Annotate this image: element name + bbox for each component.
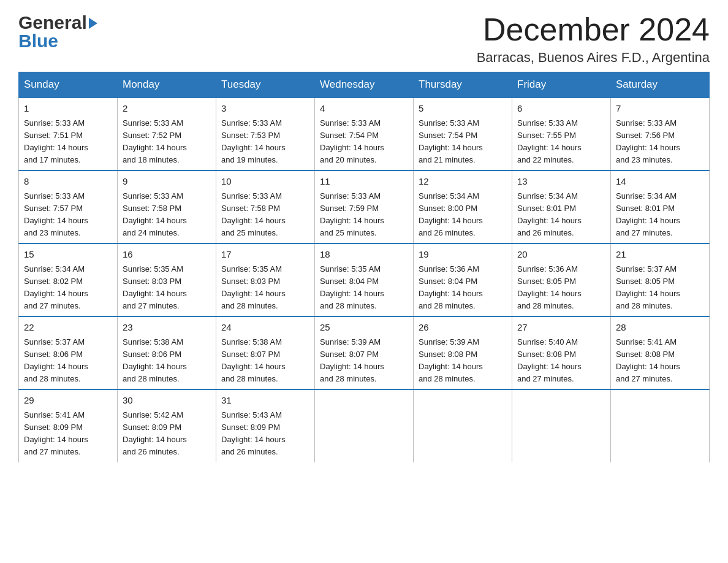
day-number: 4 [320, 102, 408, 116]
day-info: Sunrise: 5:34 AMSunset: 8:01 PMDaylight:… [517, 190, 605, 240]
calendar-cell: 8Sunrise: 5:33 AMSunset: 7:57 PMDaylight… [19, 170, 118, 243]
calendar-cell: 25Sunrise: 5:39 AMSunset: 8:07 PMDayligh… [315, 316, 414, 389]
calendar-cell: 24Sunrise: 5:38 AMSunset: 8:07 PMDayligh… [216, 316, 315, 389]
month-title: December 2024 [477, 12, 710, 47]
logo-blue-text: Blue [18, 31, 97, 52]
calendar-cell: 4Sunrise: 5:33 AMSunset: 7:54 PMDaylight… [315, 98, 414, 170]
day-number: 22 [24, 321, 112, 335]
weekday-header-monday: Monday [118, 72, 216, 98]
day-info: Sunrise: 5:33 AMSunset: 7:59 PMDaylight:… [320, 190, 408, 240]
day-number: 18 [320, 248, 408, 262]
calendar-cell: 9Sunrise: 5:33 AMSunset: 7:58 PMDaylight… [118, 170, 216, 243]
weekday-header-friday: Friday [512, 72, 611, 98]
calendar-table: SundayMondayTuesdayWednesdayThursdayFrid… [18, 72, 710, 462]
day-number: 5 [419, 102, 507, 116]
location-subtitle: Barracas, Buenos Aires F.D., Argentina [477, 50, 710, 66]
weekday-header-sunday: Sunday [19, 72, 118, 98]
calendar-cell: 21Sunrise: 5:37 AMSunset: 8:05 PMDayligh… [611, 243, 710, 316]
title-area: December 2024 Barracas, Buenos Aires F.D… [477, 12, 710, 66]
day-info: Sunrise: 5:37 AMSunset: 8:05 PMDaylight:… [616, 263, 704, 313]
calendar-cell: 14Sunrise: 5:34 AMSunset: 8:01 PMDayligh… [611, 170, 710, 243]
calendar-cell: 13Sunrise: 5:34 AMSunset: 8:01 PMDayligh… [512, 170, 611, 243]
day-info: Sunrise: 5:40 AMSunset: 8:08 PMDaylight:… [517, 336, 605, 386]
day-info: Sunrise: 5:34 AMSunset: 8:00 PMDaylight:… [419, 190, 507, 240]
calendar-cell: 1Sunrise: 5:33 AMSunset: 7:51 PMDaylight… [19, 98, 118, 170]
day-number: 20 [517, 248, 605, 262]
calendar-week-row: 1Sunrise: 5:33 AMSunset: 7:51 PMDaylight… [19, 98, 710, 170]
weekday-header-wednesday: Wednesday [315, 72, 414, 98]
calendar-cell: 15Sunrise: 5:34 AMSunset: 8:02 PMDayligh… [19, 243, 118, 316]
logo: General Blue [18, 12, 97, 52]
day-info: Sunrise: 5:38 AMSunset: 8:07 PMDaylight:… [221, 336, 309, 386]
day-info: Sunrise: 5:42 AMSunset: 8:09 PMDaylight:… [123, 409, 211, 459]
calendar-cell [315, 389, 414, 462]
day-info: Sunrise: 5:37 AMSunset: 8:06 PMDaylight:… [24, 336, 112, 386]
day-info: Sunrise: 5:33 AMSunset: 7:57 PMDaylight:… [24, 190, 112, 240]
calendar-cell: 19Sunrise: 5:36 AMSunset: 8:04 PMDayligh… [414, 243, 512, 316]
day-info: Sunrise: 5:36 AMSunset: 8:04 PMDaylight:… [419, 263, 507, 313]
calendar-cell: 10Sunrise: 5:33 AMSunset: 7:58 PMDayligh… [216, 170, 315, 243]
calendar-cell: 29Sunrise: 5:41 AMSunset: 8:09 PMDayligh… [19, 389, 118, 462]
day-info: Sunrise: 5:33 AMSunset: 7:55 PMDaylight:… [517, 117, 605, 167]
calendar-cell: 27Sunrise: 5:40 AMSunset: 8:08 PMDayligh… [512, 316, 611, 389]
day-number: 10 [221, 175, 309, 189]
day-number: 24 [221, 321, 309, 335]
calendar-cell: 3Sunrise: 5:33 AMSunset: 7:53 PMDaylight… [216, 98, 315, 170]
day-info: Sunrise: 5:33 AMSunset: 7:54 PMDaylight:… [419, 117, 507, 167]
day-info: Sunrise: 5:36 AMSunset: 8:05 PMDaylight:… [517, 263, 605, 313]
calendar-cell: 12Sunrise: 5:34 AMSunset: 8:00 PMDayligh… [414, 170, 512, 243]
day-number: 26 [419, 321, 507, 335]
day-number: 30 [123, 394, 211, 408]
calendar-body: 1Sunrise: 5:33 AMSunset: 7:51 PMDaylight… [19, 98, 710, 462]
calendar-cell: 30Sunrise: 5:42 AMSunset: 8:09 PMDayligh… [118, 389, 216, 462]
day-number: 7 [616, 102, 704, 116]
day-number: 1 [24, 102, 112, 116]
logo-general-row: General [18, 12, 97, 33]
day-info: Sunrise: 5:33 AMSunset: 7:53 PMDaylight:… [221, 117, 309, 167]
weekday-header-tuesday: Tuesday [216, 72, 315, 98]
day-info: Sunrise: 5:41 AMSunset: 8:09 PMDaylight:… [24, 409, 112, 459]
day-number: 6 [517, 102, 605, 116]
day-info: Sunrise: 5:34 AMSunset: 8:01 PMDaylight:… [616, 190, 704, 240]
day-number: 14 [616, 175, 704, 189]
page-header: General Blue December 2024 Barracas, Bue… [18, 12, 710, 66]
calendar-cell [512, 389, 611, 462]
calendar-cell [414, 389, 512, 462]
day-info: Sunrise: 5:33 AMSunset: 7:58 PMDaylight:… [123, 190, 211, 240]
day-number: 25 [320, 321, 408, 335]
calendar-header: SundayMondayTuesdayWednesdayThursdayFrid… [19, 72, 710, 98]
day-number: 19 [419, 248, 507, 262]
calendar-cell: 26Sunrise: 5:39 AMSunset: 8:08 PMDayligh… [414, 316, 512, 389]
day-number: 29 [24, 394, 112, 408]
day-number: 28 [616, 321, 704, 335]
calendar-cell: 2Sunrise: 5:33 AMSunset: 7:52 PMDaylight… [118, 98, 216, 170]
day-info: Sunrise: 5:33 AMSunset: 7:58 PMDaylight:… [221, 190, 309, 240]
logo-arrow-icon [89, 18, 97, 29]
calendar-week-row: 29Sunrise: 5:41 AMSunset: 8:09 PMDayligh… [19, 389, 710, 462]
calendar-cell: 17Sunrise: 5:35 AMSunset: 8:03 PMDayligh… [216, 243, 315, 316]
calendar-cell: 28Sunrise: 5:41 AMSunset: 8:08 PMDayligh… [611, 316, 710, 389]
day-info: Sunrise: 5:38 AMSunset: 8:06 PMDaylight:… [123, 336, 211, 386]
weekday-header-saturday: Saturday [611, 72, 710, 98]
day-number: 11 [320, 175, 408, 189]
day-number: 12 [419, 175, 507, 189]
calendar-cell: 6Sunrise: 5:33 AMSunset: 7:55 PMDaylight… [512, 98, 611, 170]
day-number: 21 [616, 248, 704, 262]
day-info: Sunrise: 5:41 AMSunset: 8:08 PMDaylight:… [616, 336, 704, 386]
calendar-week-row: 22Sunrise: 5:37 AMSunset: 8:06 PMDayligh… [19, 316, 710, 389]
day-info: Sunrise: 5:33 AMSunset: 7:54 PMDaylight:… [320, 117, 408, 167]
day-number: 17 [221, 248, 309, 262]
day-info: Sunrise: 5:33 AMSunset: 7:56 PMDaylight:… [616, 117, 704, 167]
day-number: 16 [123, 248, 211, 262]
day-number: 31 [221, 394, 309, 408]
calendar-week-row: 8Sunrise: 5:33 AMSunset: 7:57 PMDaylight… [19, 170, 710, 243]
day-info: Sunrise: 5:35 AMSunset: 8:03 PMDaylight:… [221, 263, 309, 313]
calendar-week-row: 15Sunrise: 5:34 AMSunset: 8:02 PMDayligh… [19, 243, 710, 316]
day-info: Sunrise: 5:35 AMSunset: 8:03 PMDaylight:… [123, 263, 211, 313]
calendar-cell: 7Sunrise: 5:33 AMSunset: 7:56 PMDaylight… [611, 98, 710, 170]
day-number: 9 [123, 175, 211, 189]
day-number: 8 [24, 175, 112, 189]
day-info: Sunrise: 5:39 AMSunset: 8:07 PMDaylight:… [320, 336, 408, 386]
day-number: 13 [517, 175, 605, 189]
day-info: Sunrise: 5:33 AMSunset: 7:52 PMDaylight:… [123, 117, 211, 167]
